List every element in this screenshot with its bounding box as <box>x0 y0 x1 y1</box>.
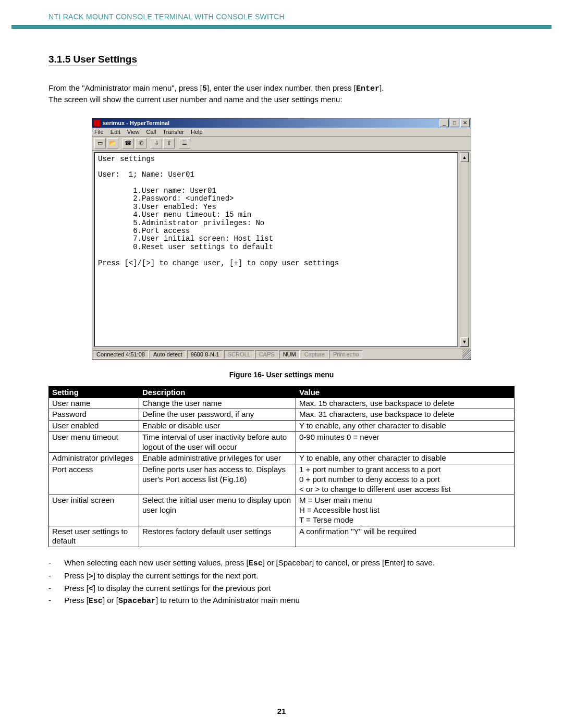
scroll-up-icon[interactable]: ▲ <box>460 153 469 162</box>
intro-text: From the "Administrator main menu", pres… <box>48 83 202 92</box>
status-scroll: SCROLL <box>224 350 254 359</box>
note-text: Press [ <box>64 584 89 593</box>
page-number: 21 <box>0 707 563 715</box>
key-spacebar: Spacebar <box>118 597 156 606</box>
resize-grip-icon[interactable] <box>462 349 471 360</box>
table-cell: Reset user settings to default <box>49 526 139 547</box>
table-cell: Define the user password, if any <box>139 409 296 421</box>
table-cell: Password <box>49 409 139 421</box>
status-autodetect: Auto detect <box>150 350 186 359</box>
table-cell: Time interval of user inactivity before … <box>139 431 296 453</box>
terminal-text: User settings User: 1; Name: User01 1.Us… <box>95 153 457 269</box>
key-esc: Esc <box>249 559 263 568</box>
col-description: Description <box>139 386 296 398</box>
figure-caption: Figure 16- User settings menu <box>48 371 515 379</box>
menu-file[interactable]: File <box>94 129 104 135</box>
table-cell: M = User main menu H = Accessible host l… <box>296 495 515 526</box>
table-cell: Define ports user has access to. Display… <box>139 464 296 495</box>
status-num: NUM <box>279 350 300 359</box>
scroll-down-icon[interactable]: ▼ <box>460 337 469 347</box>
page-header-banner: NTI RACK MOUNT CONSOLE TERMINAL WITH CON… <box>0 0 563 23</box>
table-cell: User menu timeout <box>49 431 139 453</box>
note-text: ] to display the current settings for th… <box>93 584 271 593</box>
scrollbar-vertical[interactable]: ▲ ▼ <box>460 152 469 347</box>
disconnect-icon[interactable]: ✆ <box>135 138 146 149</box>
send-icon[interactable]: ⇩ <box>151 138 162 149</box>
toolbar: ▭ 📂 ☎ ✆ ⇩ ⇧ ☰ <box>92 137 471 151</box>
menu-help[interactable]: Help <box>191 129 203 135</box>
open-file-icon[interactable]: 📂 <box>107 138 118 149</box>
note-text: Press [ <box>64 596 89 604</box>
key-lt: < <box>89 584 93 593</box>
table-cell: Y to enable, any other character to disa… <box>296 453 515 464</box>
table-cell: A confirmation "Y" will be required <box>296 526 515 547</box>
table-cell: Port access <box>49 464 139 495</box>
key-enter: Enter <box>356 84 380 93</box>
table-row: User menu timeoutTime interval of user i… <box>49 431 515 453</box>
intro-paragraph: From the "Administrator main menu", pres… <box>48 83 515 105</box>
note-item: Press [Esc] or [Spacebar] to return to t… <box>62 594 515 607</box>
properties-icon[interactable]: ☰ <box>179 138 190 149</box>
window-title-bar[interactable]: serimux - HyperTerminal _ □ ✕ <box>92 118 471 128</box>
maximize-button[interactable]: □ <box>450 119 459 127</box>
status-caps: CAPS <box>255 350 278 359</box>
connect-icon[interactable]: ☎ <box>123 138 134 149</box>
menu-view[interactable]: View <box>127 129 140 135</box>
table-cell: Administrator privileges <box>49 453 139 464</box>
table-cell: Change the user name <box>139 398 296 409</box>
receive-icon[interactable]: ⇧ <box>163 138 175 149</box>
table-cell: User name <box>49 398 139 409</box>
status-printecho: Print echo <box>329 350 363 359</box>
settings-table: Setting Description Value User nameChang… <box>48 386 515 548</box>
table-cell: 1 + port number to grant access to a por… <box>296 464 515 495</box>
note-text: ] or [ <box>103 596 118 604</box>
table-cell: Enable or disable user <box>139 421 296 432</box>
note-text: ] to display the current settings for th… <box>93 571 259 580</box>
table-row: User nameChange the user nameMax. 15 cha… <box>49 398 515 409</box>
table-cell: Enable administrative privileges for use… <box>139 453 296 464</box>
note-item: Press [<] to display the current setting… <box>62 582 515 594</box>
note-text: ] to return to the Administrator main me… <box>156 596 300 604</box>
menu-call[interactable]: Call <box>146 129 156 135</box>
document-page: NTI RACK MOUNT CONSOLE TERMINAL WITH CON… <box>0 0 563 728</box>
minimize-button[interactable]: _ <box>439 119 449 127</box>
status-baud: 9600 8-N-1 <box>187 350 223 359</box>
table-row: Port accessDefine ports user has access … <box>49 464 515 495</box>
close-button[interactable]: ✕ <box>460 119 470 127</box>
table-cell: Y to enable, any other character to disa… <box>296 421 515 432</box>
hyperterminal-window: serimux - HyperTerminal _ □ ✕ File Edit … <box>92 118 471 360</box>
note-item: When selecting each new user setting val… <box>62 557 515 570</box>
table-row: Administrator privilegesEnable administr… <box>49 453 515 464</box>
section-heading: 3.1.5 User Settings <box>48 54 137 66</box>
key-5: 5 <box>202 84 207 93</box>
table-row: User enabledEnable or disable userY to e… <box>49 421 515 432</box>
app-icon <box>93 119 101 127</box>
menu-bar[interactable]: File Edit View Call Transfer Help <box>92 128 471 137</box>
intro-text: ]. <box>380 83 384 92</box>
menu-edit[interactable]: Edit <box>111 129 120 135</box>
table-cell: Restores factory default user settings <box>139 526 296 547</box>
table-row: Reset user settings to defaultRestores f… <box>49 526 515 547</box>
col-value: Value <box>296 386 515 398</box>
header-rule <box>11 25 552 29</box>
terminal-viewport[interactable]: User settings User: 1; Name: User01 1.Us… <box>94 152 458 347</box>
table-cell: 0-90 minutes 0 = never <box>296 431 515 453</box>
status-bar: Connected 4:51:08 Auto detect 9600 8-N-1… <box>92 349 471 360</box>
new-file-icon[interactable]: ▭ <box>94 138 106 149</box>
table-cell: Max. 15 characters, use backspace to del… <box>296 398 515 409</box>
status-connected: Connected 4:51:08 <box>93 350 149 359</box>
table-cell: User enabled <box>49 421 139 432</box>
intro-text: ], enter the user index number, then pre… <box>207 83 356 92</box>
note-item: Press [>] to display the current setting… <box>62 570 515 582</box>
note-text: ] or [Spacebar] to cancel, or press [Ent… <box>263 558 435 567</box>
page-content: 3.1.5 User Settings From the "Administra… <box>0 29 563 628</box>
table-cell: Select the initial user menu to display … <box>139 495 296 526</box>
notes-list: When selecting each new user setting val… <box>48 557 515 607</box>
window-title: serimux - HyperTerminal <box>103 120 438 126</box>
key-gt: > <box>89 571 93 580</box>
key-esc: Esc <box>89 597 103 606</box>
col-setting: Setting <box>49 386 139 398</box>
menu-transfer[interactable]: Transfer <box>163 129 184 135</box>
note-text: Press [ <box>64 571 89 580</box>
intro-line2: The screen will show the current user nu… <box>48 95 342 104</box>
